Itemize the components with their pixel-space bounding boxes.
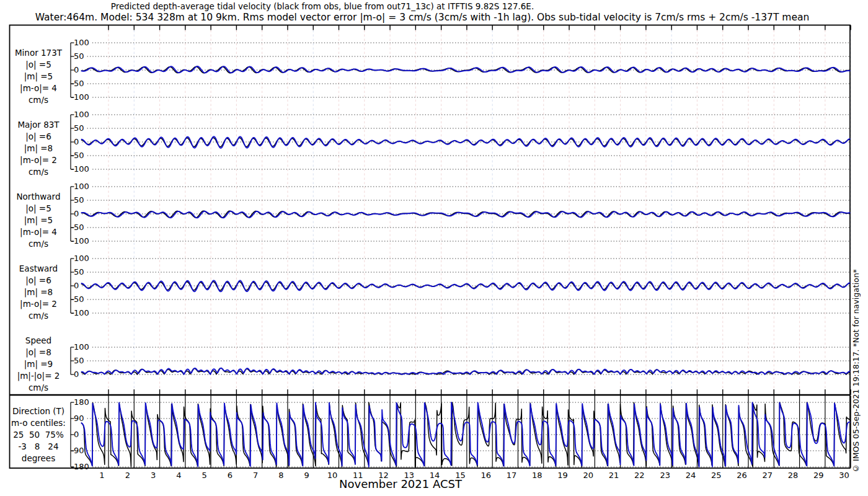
panel-label-line: |o| =5 bbox=[6, 203, 71, 215]
panel-label-line: |m| =8 bbox=[6, 143, 71, 154]
y-tick-label-direction: 90 bbox=[74, 414, 84, 423]
y-tick-label-northward: 100 bbox=[74, 182, 89, 191]
watermark: © IMOS 05-Sep-2021 19:18:17. *Not for na… bbox=[851, 237, 861, 473]
day-label: 2 bbox=[117, 471, 138, 480]
panel-label-line: |o| =6 bbox=[6, 275, 71, 286]
y-tick-label-major: -50 bbox=[71, 151, 84, 160]
panel-label-line: |m| =5 bbox=[6, 215, 71, 226]
panel-label-line: -3 8 24 bbox=[6, 441, 71, 453]
day-label: 21 bbox=[603, 471, 624, 480]
panel-label-line: |m-o|= 4 bbox=[6, 226, 71, 238]
y-tick-label-speed: 0 bbox=[74, 370, 79, 379]
h-gridlines bbox=[82, 43, 850, 467]
panel-label-line: Minor 173T bbox=[6, 47, 71, 59]
model-curve-direction bbox=[81, 402, 851, 467]
y-tick-label-major: 0 bbox=[74, 137, 79, 146]
plot-frame bbox=[10, 25, 851, 469]
panel-label-line: degrees bbox=[6, 453, 71, 464]
day-label: 26 bbox=[732, 471, 753, 480]
panel-label-line: |m-o|= 4 bbox=[6, 82, 71, 94]
y-tick-label-eastward: 100 bbox=[74, 254, 89, 263]
day-label: 1 bbox=[92, 471, 113, 480]
model-curve-major bbox=[81, 136, 851, 148]
panel-label-line: m-o centiles: bbox=[6, 417, 71, 429]
y-tick-label-major: 100 bbox=[74, 110, 89, 119]
model-curve-northward bbox=[81, 211, 851, 218]
panel-label-minor: Minor 173T|o| =5|m| =5|m-o|= 4cm/s bbox=[6, 47, 71, 106]
panel-label-line: cm/s bbox=[6, 382, 71, 394]
day-label: 28 bbox=[782, 471, 804, 480]
panel-label-direction: Direction (T)m-o centiles:25 50 75%-3 8 … bbox=[6, 405, 71, 464]
day-label: 20 bbox=[578, 471, 599, 480]
panel-label-line: |m| =8 bbox=[6, 286, 71, 298]
panel-label-line: |m| =5 bbox=[6, 71, 71, 82]
y-tick-label-minor: -100 bbox=[71, 92, 89, 102]
panel-label-line: cm/s bbox=[6, 94, 71, 106]
panel-label-line: cm/s bbox=[6, 166, 71, 178]
y-tick-label-direction: 0 bbox=[74, 430, 79, 439]
y-tick-label-major: -100 bbox=[71, 164, 89, 174]
day-label: 3 bbox=[143, 471, 164, 480]
day-label: 29 bbox=[808, 471, 829, 480]
y-tick-label-major: 50 bbox=[74, 123, 84, 133]
panel-label-line: |o| =6 bbox=[6, 131, 71, 143]
day-label: 6 bbox=[219, 471, 241, 480]
panel-label-line: 25 50 75% bbox=[6, 429, 71, 441]
panel-label-line: Northward bbox=[6, 191, 71, 203]
panel-label-line: Direction (T) bbox=[6, 405, 71, 417]
panel-label-line: |o| =5 bbox=[6, 59, 71, 71]
panel-label-line: |m| =9 bbox=[6, 358, 71, 370]
panel-label-line: cm/s bbox=[6, 310, 71, 322]
y-tick-label-eastward: -50 bbox=[71, 294, 84, 304]
panel-label-line: |m-o|= 2 bbox=[6, 154, 71, 166]
day-label: 25 bbox=[706, 471, 727, 480]
panel-label-northward: Northward|o| =5|m| =5|m-o|= 4cm/s bbox=[6, 191, 71, 250]
day-label: 23 bbox=[655, 471, 676, 480]
figure: Predicted depth-average tidal velocity (… bbox=[0, 0, 868, 496]
y-tick-label-direction: -180 bbox=[71, 462, 89, 471]
panel-label-major: Major 83T|o| =6|m| =8|m-o|= 2cm/s bbox=[6, 119, 71, 178]
panel-label-speed: Speed|o| =8|m| =9|m|-|o|= 2cm/s bbox=[6, 335, 71, 394]
model-curve-eastward bbox=[81, 281, 851, 292]
day-label: 27 bbox=[757, 471, 778, 480]
panel-label-line: |m|-|o|= 2 bbox=[6, 370, 71, 382]
y-tick-label-minor: 50 bbox=[74, 51, 84, 61]
panel-label-line: cm/s bbox=[6, 238, 71, 250]
y-tick-label-northward: 0 bbox=[74, 209, 79, 218]
y-tick-label-eastward: -100 bbox=[71, 308, 89, 317]
y-tick-label-northward: -50 bbox=[71, 223, 84, 232]
y-tick-label-direction: 180 bbox=[74, 397, 89, 407]
y-tick-label-eastward: 50 bbox=[74, 267, 84, 277]
y-tick-label-speed: 50 bbox=[74, 356, 84, 365]
obs-curve-direction bbox=[81, 402, 851, 467]
plot-canvas bbox=[0, 0, 868, 496]
y-tick-label-minor: 100 bbox=[74, 38, 89, 47]
day-label: 4 bbox=[168, 471, 189, 480]
day-label: 5 bbox=[194, 471, 215, 480]
day-label: 24 bbox=[680, 471, 701, 480]
y-tick-label-northward: 50 bbox=[74, 195, 84, 205]
panel-label-line: |o| =8 bbox=[6, 347, 71, 358]
x-axis-label: November 2021 ACST bbox=[246, 477, 556, 490]
panel-label-line: Speed bbox=[6, 335, 71, 347]
day-gridlines-upper bbox=[108, 26, 851, 395]
y-tick-label-northward: -100 bbox=[71, 236, 89, 246]
panel-label-line: |m-o|= 2 bbox=[6, 298, 71, 310]
y-tick-label-direction: -90 bbox=[71, 446, 84, 455]
panel-label-line: Eastward bbox=[6, 263, 71, 275]
panel-label-eastward: Eastward|o| =6|m| =8|m-o|= 2cm/s bbox=[6, 263, 71, 322]
day-label: 22 bbox=[629, 471, 650, 480]
y-tick-label-speed: 100 bbox=[74, 342, 89, 352]
panel-label-line: Major 83T bbox=[6, 119, 71, 131]
y-tick-label-minor: 0 bbox=[74, 65, 79, 74]
y-tick-label-eastward: 0 bbox=[74, 281, 79, 290]
y-tick-label-minor: -50 bbox=[71, 79, 84, 88]
